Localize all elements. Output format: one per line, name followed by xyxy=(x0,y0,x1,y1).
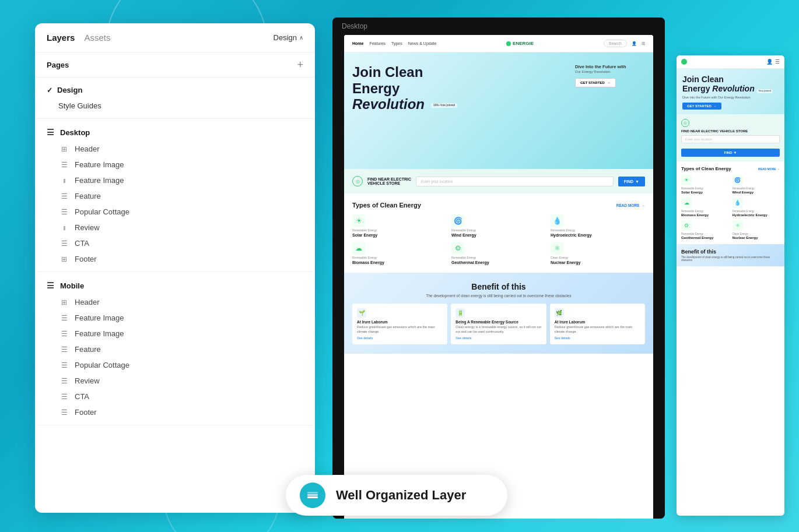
mobile-biomass: ☁ Renewable Energy Biomass Energy xyxy=(681,198,729,217)
grid-icon-mobile: ⊞ xyxy=(59,298,69,306)
see-details-3[interactable]: See details xyxy=(555,336,640,340)
layer-mobile-feature-image-1-label: Feature Image xyxy=(75,313,124,322)
layer-mobile-feature[interactable]: ☰ Feature xyxy=(35,341,315,357)
layer-mobile-header[interactable]: ⊞ Header xyxy=(35,294,315,310)
layer-mobile-popular-cottage-label: Popular Cottage xyxy=(75,361,129,369)
nav-types[interactable]: Types xyxy=(391,41,402,45)
mobile-user-icon[interactable]: 👤 xyxy=(766,59,773,65)
mobile-clean-types: Types of Clean Energy READ MORE → ☀ Rene… xyxy=(677,161,784,244)
page-design-label: Design xyxy=(57,86,82,94)
geo-type: Renewable Energy xyxy=(451,256,546,259)
hamburger-icon: ☰ xyxy=(47,128,54,137)
mobile-solar: ☀ Renewable Energy Solar Energy xyxy=(681,175,729,194)
biomass-name: Biomass Energy xyxy=(352,260,447,265)
mobile-arrow-icon: → xyxy=(713,104,717,108)
energy-grid: ☀ Renewable Energy Solar Energy 🌀 Renewa… xyxy=(352,214,645,265)
mobile-location-input[interactable]: Enter your location xyxy=(681,135,780,143)
layer-desktop-feature[interactable]: ☰ Feature xyxy=(35,188,315,204)
hamburger-icon-m6: ☰ xyxy=(59,393,69,401)
hero-cta-button[interactable]: GET STARTED → xyxy=(575,78,616,87)
layer-mobile-review[interactable]: ☰ Review xyxy=(35,373,315,389)
layer-mobile-feature-image-1[interactable]: ☰ Feature Image xyxy=(35,310,315,326)
layer-mobile-feature-label: Feature xyxy=(75,345,101,354)
mobile-group-label: Mobile xyxy=(60,281,84,290)
search-field[interactable]: Search xyxy=(604,40,627,47)
layer-desktop-header[interactable]: ⊞ Header xyxy=(35,141,315,157)
desktop-group-header[interactable]: ☰ Desktop xyxy=(35,124,315,141)
mobile-logo-dot xyxy=(681,59,687,65)
layer-mobile-footer[interactable]: ☰ Footer xyxy=(35,404,315,420)
layer-desktop-popular-cottage-label: Popular Cottage xyxy=(75,207,129,216)
hamburger-icon-5: ☰ xyxy=(59,239,69,248)
page-item-style-guides[interactable]: Style Guides xyxy=(35,98,315,114)
location-icon: ◎ xyxy=(352,176,363,186)
nav-features[interactable]: Features xyxy=(369,41,386,45)
preview-label: Desktop xyxy=(332,17,665,35)
layer-desktop-feature-label: Feature xyxy=(75,192,101,200)
mobile-wind-icon: 🌀 xyxy=(733,175,743,185)
see-details-1[interactable]: See details xyxy=(357,336,443,340)
preview-area: Desktop Home Features Types News & Updat… xyxy=(332,17,665,519)
mobile-benefit-subtitle: The development of clean energy is still… xyxy=(681,256,780,262)
tooltip-icon-wrap xyxy=(300,482,325,508)
layer-mobile-header-label: Header xyxy=(75,298,100,306)
layer-desktop-cta[interactable]: ☰ CTA xyxy=(35,235,315,251)
grid-icon-2: ⊞ xyxy=(59,255,69,263)
menu-icon[interactable]: ☰ xyxy=(642,41,645,46)
mobile-nuclear: ⚛ Clean Energy Nuclear Energy xyxy=(733,220,780,239)
wind-type: Renewable Energy xyxy=(451,228,546,232)
layer-mobile-feature-image-2[interactable]: ☰ Feature Image xyxy=(35,326,315,341)
nav-news[interactable]: News & Update xyxy=(408,41,437,45)
mobile-hero: Join Clean Energy Revolution Very joined… xyxy=(677,69,784,114)
mobile-group-header[interactable]: ☰ Mobile xyxy=(35,277,315,294)
section-header: Types of Clean Energy READ MORE → xyxy=(352,202,645,209)
layer-desktop-popular-cottage[interactable]: ☰ Popular Cottage xyxy=(35,204,315,220)
find-store-section: ◎ FIND NEAR ELECTRIC VEHICLE STORE Enter… xyxy=(344,169,653,193)
user-icon[interactable]: 👤 xyxy=(632,41,637,46)
hamburger-icon-m3: ☰ xyxy=(59,346,69,354)
mobile-solar-icon: ☀ xyxy=(681,175,692,185)
layer-group-desktop: ☰ Desktop ⊞ Header ☰ Feature Image ||| F… xyxy=(35,119,315,272)
layer-desktop-feature-image-1[interactable]: ☰ Feature Image xyxy=(35,157,315,172)
layer-desktop-feature-image-2[interactable]: ||| Feature Image xyxy=(35,172,315,188)
layer-mobile-cta[interactable]: ☰ CTA xyxy=(35,389,315,404)
hamburger-icon-m7: ☰ xyxy=(59,408,69,417)
site-nav-links: Home Features Types News & Update xyxy=(352,41,436,45)
find-store-labels: FIND NEAR ELECTRIC VEHICLE STORE xyxy=(367,177,411,185)
layers-panel: Layers Assets Design ∧ Pages + ✓ Design … xyxy=(35,23,315,513)
assets-tab[interactable]: Assets xyxy=(84,33,110,43)
mobile-biomass-icon: ☁ xyxy=(681,198,692,208)
page-item-design[interactable]: ✓ Design xyxy=(35,82,315,98)
layers-tab[interactable]: Layers xyxy=(47,33,75,43)
mobile-hero-title: Join Clean Energy Revolution Very joined xyxy=(682,75,779,93)
read-more-button[interactable]: READ MORE → xyxy=(616,203,645,207)
layer-desktop-review[interactable]: ||| Review xyxy=(35,220,315,235)
layer-desktop-feature-image-1-label: Feature Image xyxy=(75,160,124,169)
energy-solar: ☀ Renewable Energy Solar Energy xyxy=(352,214,447,237)
nav-home[interactable]: Home xyxy=(352,41,363,45)
panel-tabs: Layers Assets xyxy=(47,33,110,43)
layer-mobile-popular-cottage[interactable]: ☰ Popular Cottage xyxy=(35,357,315,373)
mobile-read-more[interactable]: READ MORE → xyxy=(758,167,780,171)
mobile-cta-button[interactable]: GET STARTED → xyxy=(682,103,721,110)
location-input[interactable]: Enter your location xyxy=(416,177,614,186)
hamburger-icon-m4: ☰ xyxy=(59,361,69,369)
mobile-find-store: ◎ FIND NEAR ELECTRIC VEHICLE STORE Enter… xyxy=(677,114,784,161)
see-details-2[interactable]: See details xyxy=(455,336,541,340)
energy-nuclear: ⚛ Clean Energy Nuclear Energy xyxy=(551,242,645,265)
design-button[interactable]: Design ∧ xyxy=(274,33,303,42)
hamburger-icon-m1: ☰ xyxy=(59,314,69,322)
hamburger-icon-m5: ☰ xyxy=(59,377,69,385)
add-page-button[interactable]: + xyxy=(297,59,303,70)
page-style-guides-label: Style Guides xyxy=(58,101,101,110)
find-button[interactable]: FIND ▼ xyxy=(618,177,645,186)
energy-hydro: 💧 Renewable Energy Hydroelectric Energy xyxy=(551,214,645,237)
chevron-down-icon: ∧ xyxy=(299,34,303,41)
layer-desktop-footer[interactable]: ⊞ Footer xyxy=(35,251,315,267)
biomass-icon: ☁ xyxy=(352,242,365,255)
mobile-find-button[interactable]: FIND ▼ xyxy=(681,149,780,157)
layer-desktop-feature-image-2-label: Feature Image xyxy=(75,176,124,185)
wind-name: Wind Energy xyxy=(451,233,546,237)
mobile-menu-icon[interactable]: ☰ xyxy=(775,59,780,65)
biomass-type: Renewable Energy xyxy=(352,256,447,259)
